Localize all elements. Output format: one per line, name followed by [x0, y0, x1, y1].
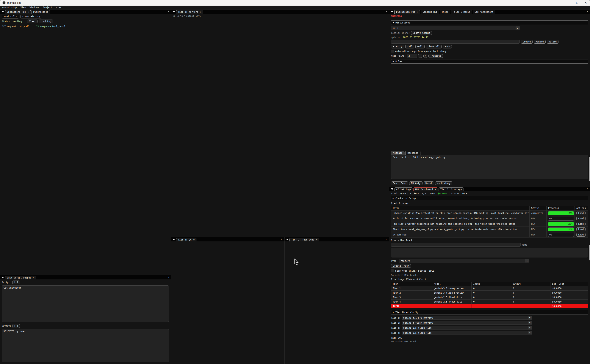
- autoadd-checkbox[interactable]: [391, 50, 394, 53]
- panel-close-icon[interactable]: ✕: [386, 238, 387, 240]
- table-row[interactable]: UX_SIM_TEST NEW 0% Load: [391, 232, 588, 238]
- tab-tier1-strategy[interactable]: Tier 1: Strategy: [439, 187, 464, 191]
- track-title: Build UI for context window utilization,…: [391, 216, 529, 221]
- load-button[interactable]: Load: [577, 228, 585, 231]
- tab-message[interactable]: Message: [391, 151, 405, 155]
- roles-header[interactable]: ▶ Roles: [391, 59, 588, 64]
- output-expand-button[interactable]: [+]: [12, 324, 20, 328]
- keep-pairs-increment-button[interactable]: +: [423, 54, 427, 58]
- table-row[interactable]: Build UI for context window utilization,…: [391, 216, 588, 221]
- minimize-icon[interactable]: –: [564, 0, 573, 6]
- step-mode-checkbox[interactable]: [391, 269, 394, 272]
- tier2-model-select[interactable]: gemini-3-flash-preview▼: [402, 321, 532, 325]
- collapse-icon[interactable]: [0, 9, 5, 13]
- menu-windows[interactable]: Windows: [28, 6, 41, 9]
- close-icon[interactable]: ✕: [581, 0, 590, 6]
- tab-close-icon[interactable]: ✕: [435, 188, 436, 191]
- delete-button[interactable]: Delete: [547, 40, 558, 44]
- collapse-icon[interactable]: [172, 237, 176, 241]
- panel-close-icon[interactable]: ✕: [168, 10, 169, 13]
- panel-close-icon[interactable]: ✕: [168, 276, 169, 278]
- load-button[interactable]: Load: [577, 211, 585, 215]
- keep-pairs-decrement-button[interactable]: -: [418, 54, 422, 58]
- panel-close-icon[interactable]: ✕: [281, 238, 282, 240]
- collapse-icon[interactable]: [285, 237, 289, 241]
- tab-close-icon[interactable]: ✕: [417, 11, 418, 13]
- tab-close-icon[interactable]: ✕: [193, 238, 194, 241]
- tab-log-management[interactable]: Log Management: [473, 10, 495, 13]
- menu-view[interactable]: View: [19, 6, 28, 9]
- track-name-input[interactable]: [391, 243, 521, 247]
- tab-tier3-workers[interactable]: Tier 3: Workers ✕: [176, 10, 203, 13]
- collapse-all-button[interactable]: -All: [405, 45, 415, 48]
- add-entry-button[interactable]: + Entry: [391, 45, 404, 48]
- track-description-textarea[interactable]: [391, 248, 588, 257]
- expand-all-button[interactable]: +All: [416, 45, 425, 48]
- tab-discussion-hub[interactable]: Discussion Hub ✕: [394, 10, 420, 13]
- table-row[interactable]: Enhance existing MMA orchestration GUI: …: [391, 210, 588, 216]
- update-commit-button[interactable]: Update Commit: [411, 31, 432, 35]
- clear-all-button[interactable]: Clear All: [426, 45, 442, 48]
- track-type-select[interactable]: feature ▼: [399, 259, 529, 263]
- tab-response[interactable]: Response: [405, 151, 421, 155]
- tab-comms-history[interactable]: Comms History: [20, 15, 42, 19]
- tab-last-script-output[interactable]: Last Script Output ✕: [5, 276, 36, 280]
- tier1-model-select[interactable]: gemini-3.1-pro-preview▼: [402, 316, 532, 320]
- discussion-name-input[interactable]: [391, 40, 520, 44]
- tier3-model-select[interactable]: gemini-2.5-flash-lite▼: [402, 326, 532, 330]
- tier-model-config-header[interactable]: ▼ Tier Model Config: [391, 310, 588, 314]
- tab-files-media[interactable]: Files & Media: [451, 10, 472, 13]
- clear-button[interactable]: Clear: [27, 20, 38, 23]
- tab-mma-dashboard[interactable]: MMA Dashboard ✕: [413, 187, 438, 191]
- discussion-select[interactable]: main ▼: [391, 26, 520, 30]
- menu-manual-slop[interactable]: manual slop: [0, 6, 19, 9]
- create-track-button[interactable]: Create Track: [391, 264, 411, 268]
- chevron-down-icon: ▼: [393, 22, 394, 24]
- script-textarea[interactable]: Get-ChildItem: [2, 285, 169, 322]
- md-only-button[interactable]: MD Only: [409, 182, 422, 185]
- message-textarea[interactable]: Read the first 10 lines of aggregate.py.: [391, 155, 588, 179]
- load-button[interactable]: Load: [577, 233, 585, 237]
- table-row[interactable]: Fix Tier 3 worker responses not reaching…: [391, 221, 588, 227]
- tab-ai-settings[interactable]: AI Settings: [394, 187, 413, 191]
- discussions-header[interactable]: ▼ Discussions: [391, 20, 588, 25]
- tab-operations-hub[interactable]: Operations Hub ✕: [5, 10, 31, 13]
- tab-context-hub[interactable]: Context Hub: [421, 10, 439, 13]
- collapse-icon[interactable]: [0, 275, 5, 280]
- tab-close-icon[interactable]: ✕: [200, 11, 201, 13]
- load-log-button[interactable]: Load Log: [39, 20, 53, 23]
- tier4-model-select[interactable]: gemini-2.5-flash-lite▼: [402, 331, 532, 335]
- tab-tier4-qa[interactable]: Tier 4: QA ✕: [176, 238, 196, 241]
- rename-button[interactable]: Rename: [534, 40, 545, 44]
- maximize-icon[interactable]: □: [573, 0, 581, 6]
- panel-close-icon[interactable]: ✕: [386, 10, 387, 13]
- conductor-setup-header[interactable]: ▶ Conductor Setup: [391, 196, 588, 200]
- create-button[interactable]: Create: [521, 40, 533, 44]
- output-textarea[interactable]: REJECTED by user: [2, 329, 169, 362]
- tool-call-log-row[interactable]: OUT request tool_call IN response tool_r…: [2, 25, 169, 28]
- collapse-icon[interactable]: [390, 187, 394, 191]
- tab-tool-calls[interactable]: Tool Calls: [2, 15, 19, 19]
- panel-close-icon[interactable]: ✕: [587, 187, 588, 190]
- table-row[interactable]: Stabilize visual_sim_mma_v2.py and mock_…: [391, 227, 588, 232]
- tab-close-icon[interactable]: ✕: [33, 276, 34, 279]
- tab-theme[interactable]: Theme: [440, 10, 450, 13]
- truncate-button[interactable]: Truncate: [429, 54, 443, 58]
- menu-view-2[interactable]: View: [54, 6, 63, 9]
- tab-close-icon[interactable]: ✕: [28, 11, 29, 13]
- script-expand-button[interactable]: [+]: [12, 280, 20, 284]
- reset-button[interactable]: Reset: [424, 182, 434, 185]
- save-button[interactable]: Save: [443, 45, 452, 48]
- menu-project[interactable]: Project: [41, 6, 54, 9]
- tab-diagnostics[interactable]: Diagnostics: [31, 10, 50, 13]
- collapse-icon[interactable]: [172, 9, 176, 13]
- to-history-button[interactable]: -> History: [435, 182, 452, 185]
- collapse-icon[interactable]: [390, 9, 394, 13]
- tab-tier2-tech-lead[interactable]: Tier 2: Tech Lead ✕: [289, 238, 319, 241]
- load-button[interactable]: Load: [577, 222, 585, 226]
- tab-close-icon[interactable]: ✕: [316, 238, 317, 241]
- gen-send-button[interactable]: Gen + Send: [391, 182, 408, 185]
- load-button[interactable]: Load: [577, 217, 585, 220]
- keep-pairs-input[interactable]: [407, 54, 417, 58]
- panel-close-icon[interactable]: ✕: [587, 10, 588, 13]
